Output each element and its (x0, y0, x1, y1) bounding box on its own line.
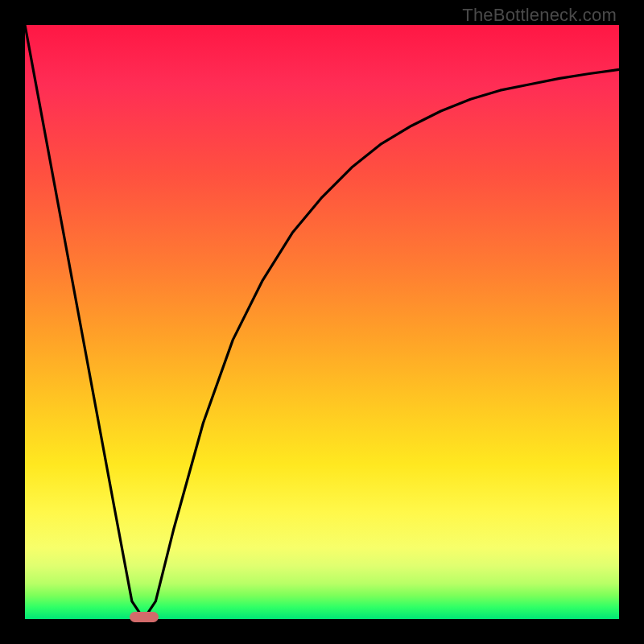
watermark-text: TheBottleneck.com (462, 5, 617, 26)
chart-frame: TheBottleneck.com (0, 0, 644, 644)
minimum-marker (130, 612, 159, 622)
bottleneck-curve (25, 25, 619, 619)
plot-area (25, 25, 619, 619)
